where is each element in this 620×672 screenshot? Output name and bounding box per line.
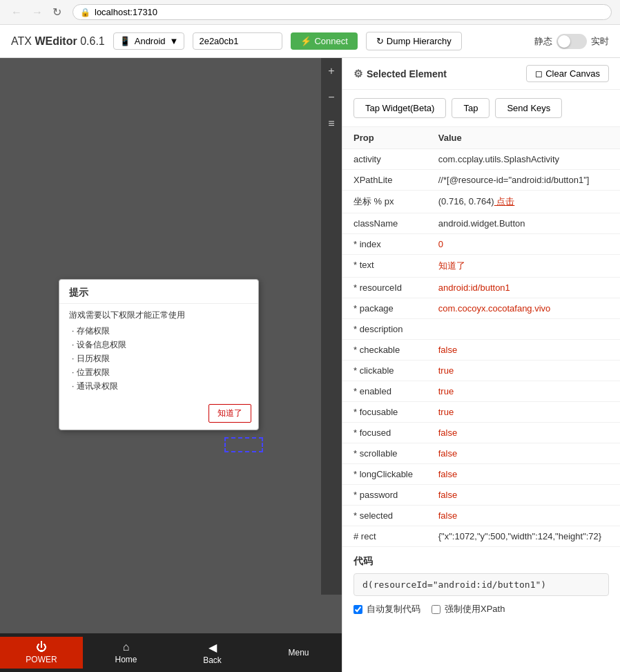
android-icon: 📱 (119, 36, 130, 46)
permission-list: 存储权限 设备信息权限 日历权限 位置权限 通讯录权限 (69, 325, 249, 392)
title-prefix: ATX (11, 35, 35, 47)
connect-label: Connect (314, 36, 347, 46)
device-panel: 提示 游戏需要以下权限才能正常使用 存储权限 设备信息权限 日历权限 位置权限 … (0, 58, 342, 672)
static-label: 静态 (534, 35, 552, 48)
prop-value-cell: false (427, 464, 620, 485)
prop-value-cell: true (427, 402, 620, 423)
prop-value-cell: true (427, 361, 620, 381)
prop-value-cell: com.ccplay.utils.SplashActivity (427, 149, 620, 170)
prop-value-cell: {"x":1072,"y":500,"width":124,"height":7… (427, 526, 620, 547)
power-button[interactable]: ⏻ POWER (0, 637, 83, 669)
prop-value-cell: false (427, 506, 620, 526)
main-layout: 提示 游戏需要以下权限才能正常使用 存储权限 设备信息权限 日历权限 位置权限 … (0, 58, 620, 672)
prop-col-header: Prop (342, 127, 427, 149)
address-bar[interactable]: 🔒 localhost:17310 (72, 4, 612, 20)
back-button[interactable]: ◀ Back (169, 637, 255, 669)
prop-name-cell: * scrollable (342, 443, 427, 464)
url-text: localhost:17310 (95, 7, 157, 17)
connect-icon: ⚡ (300, 36, 311, 46)
selection-overlay (224, 437, 263, 452)
dialog-btn-row: 知道了 (59, 400, 258, 430)
zoom-in-icon[interactable]: + (328, 65, 334, 77)
dialog-ok-button[interactable]: 知道了 (209, 404, 251, 423)
clear-icon: ◻ (535, 68, 543, 79)
dialog-title: 提示 (59, 280, 258, 304)
table-row: * passwordfalse (342, 485, 620, 506)
use-xpath-label: 强制使用XPath (445, 603, 505, 615)
prop-value-cell[interactable]: (0.716, 0.764) 点击 (427, 191, 620, 213)
prop-name-cell: * focusable (342, 402, 427, 423)
browser-navigation: ← → ↻ (8, 4, 64, 20)
prop-name-cell: * checkable (342, 340, 427, 361)
properties-table: Prop Value activitycom.ccplay.utils.Spla… (342, 127, 620, 547)
table-row: * index0 (342, 234, 620, 255)
prop-value-cell: 0 (427, 234, 620, 255)
clear-canvas-label: Clear Canvas (545, 68, 600, 79)
send-keys-button[interactable]: Send Keys (495, 98, 562, 118)
prop-value-cell: com.cocoyx.cocotafang.vivo (427, 298, 620, 319)
device-screen[interactable]: 提示 游戏需要以下权限才能正常使用 存储权限 设备信息权限 日历权限 位置权限 … (0, 58, 342, 633)
permission-dialog: 提示 游戏需要以下权限才能正常使用 存储权限 设备信息权限 日历权限 位置权限 … (59, 279, 259, 430)
table-row: activitycom.ccplay.utils.SplashActivity (342, 149, 620, 170)
list-item: 位置权限 (72, 367, 249, 378)
realtime-label: 实时 (591, 35, 609, 48)
lock-icon: 🔒 (80, 8, 90, 17)
settings-icon: ⚙ (353, 68, 362, 80)
prop-name-cell: * package (342, 298, 427, 319)
table-row: * packagecom.cocoyx.cocotafang.vivo (342, 298, 620, 319)
title-version: 0.6.1 (77, 35, 105, 47)
device-selector[interactable]: 📱 Android ▼ (113, 32, 185, 50)
dialog-body-text: 游戏需要以下权限才能正常使用 (69, 309, 249, 321)
tap-button[interactable]: Tap (452, 98, 490, 118)
home-button[interactable]: ⌂ Home (83, 637, 169, 669)
reload-btn[interactable]: ↻ (50, 4, 64, 20)
prop-extra-link[interactable]: 点击 (494, 196, 515, 207)
table-row: * clickabletrue (342, 361, 620, 381)
zoom-out-icon[interactable]: − (328, 91, 334, 104)
table-row: * text知道了 (342, 255, 620, 278)
prop-value-cell: false (427, 443, 620, 464)
table-row: * checkablefalse (342, 340, 620, 361)
prop-name-cell: * text (342, 255, 427, 278)
panel-title: ⚙ Selected Element (353, 68, 447, 80)
clear-canvas-button[interactable]: ◻ Clear Canvas (526, 65, 609, 82)
checkbox-row: 自动复制代码 强制使用XPath (353, 603, 609, 615)
value-col-header: Value (427, 127, 620, 149)
use-xpath-checkbox[interactable] (432, 605, 440, 614)
realtime-toggle[interactable] (556, 34, 587, 49)
table-row: XPathLite//*[@resource-id="android:id/bu… (342, 170, 620, 191)
app-header: ATX WEditor 0.6.1 📱 Android ▼ ⚡ Connect … (0, 25, 620, 58)
layers-icon[interactable]: ≡ (328, 117, 334, 130)
code-section: 代码 d(resourceId="android:id/button1") 自动… (342, 547, 620, 624)
home-icon: ⌂ (123, 641, 130, 653)
auto-copy-checkbox[interactable] (353, 605, 362, 614)
prop-value-cell: 知道了 (427, 255, 620, 278)
connect-button[interactable]: ⚡ Connect (291, 32, 357, 50)
code-label: 代码 (353, 555, 609, 568)
dump-hierarchy-button[interactable]: ↻ Dump Hierarchy (366, 32, 462, 50)
code-box: d(resourceId="android:id/button1") (353, 573, 609, 596)
list-item: 存储权限 (72, 325, 249, 337)
forward-nav-btn[interactable]: → (29, 5, 46, 20)
properties-panel: ⚙ Selected Element ◻ Clear Canvas Tap Wi… (342, 58, 620, 672)
prop-value-cell: false (427, 423, 620, 443)
list-item: 日历权限 (72, 353, 249, 365)
dropdown-arrow-icon: ▼ (170, 36, 179, 46)
prop-value-cell: true (427, 381, 620, 402)
prop-value-cell: false (427, 485, 620, 506)
prop-name-cell: activity (342, 149, 427, 170)
action-row: Tap Widget(Beta) Tap Send Keys (342, 90, 620, 127)
device-label: Android (135, 36, 166, 46)
menu-button[interactable]: Menu (255, 644, 342, 662)
tap-widget-beta-button[interactable]: Tap Widget(Beta) (353, 98, 446, 118)
back-nav-btn[interactable]: ← (8, 5, 25, 20)
right-toolbar: + − ≡ (321, 58, 342, 595)
table-row: * resourceIdandroid:id/button1 (342, 278, 620, 298)
device-id-input[interactable] (193, 32, 282, 50)
panel-header: ⚙ Selected Element ◻ Clear Canvas (342, 58, 620, 90)
table-row: * description (342, 319, 620, 340)
auto-copy-checkbox-item[interactable]: 自动复制代码 (353, 603, 420, 615)
prop-name-cell: * clickable (342, 361, 427, 381)
prop-value-cell: android.widget.Button (427, 213, 620, 234)
use-xpath-checkbox-item[interactable]: 强制使用XPath (432, 603, 505, 615)
